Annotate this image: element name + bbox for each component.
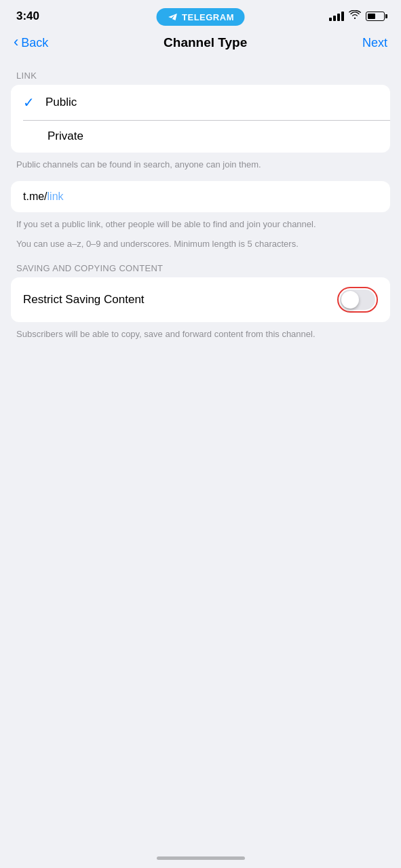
link-input-hint1: If you set a public link, other people w… [11,212,390,231]
link-section-label: LINK [11,58,390,85]
next-button[interactable]: Next [362,36,387,50]
toggle-thumb [341,291,359,309]
public-option-row[interactable]: ✓ Public [11,85,390,120]
restrict-saving-toggle[interactable] [340,290,375,310]
chevron-left-icon: ‹ [14,35,18,50]
restrict-saving-row: Restrict Saving Content [11,277,390,322]
telegram-label: TELEGRAM [182,12,234,22]
back-button[interactable]: ‹ Back [14,36,48,50]
saving-card: Restrict Saving Content [11,277,390,322]
status-icons [329,10,385,22]
private-option-row[interactable]: Private [11,120,390,153]
telegram-badge: TELEGRAM [156,8,245,26]
link-type-description: Public channels can be found in search, … [11,153,390,172]
page-title: Channel Type [164,35,247,50]
restrict-saving-toggle-container [337,287,378,313]
restrict-saving-label: Restrict Saving Content [23,293,145,307]
link-placeholder: link [47,191,64,202]
status-time: 3:40 [16,9,39,23]
back-label: Back [21,36,48,50]
battery-icon [366,12,385,21]
wifi-icon [349,10,361,22]
nav-bar: ‹ Back Channel Type Next [0,28,401,58]
link-input-card[interactable]: t.me/link [11,181,390,212]
private-label: Private [47,130,83,143]
link-input-hint2: You can use a–z, 0–9 and underscores. Mi… [11,231,390,251]
status-bar: 3:40 TELEGRAM [0,0,401,28]
link-type-card: ✓ Public Private [11,85,390,153]
telegram-icon [167,12,178,22]
home-indicator [157,856,245,860]
checkmark-icon: ✓ [23,94,35,111]
public-label: Public [45,96,77,109]
content-area: LINK ✓ Public Private Public channels ca… [0,58,401,340]
saving-description: Subscribers will be able to copy, save a… [11,322,390,341]
signal-icon [329,12,344,21]
link-prefix: t.me/ [23,191,47,202]
saving-section-label: SAVING AND COPYING CONTENT [11,251,390,277]
